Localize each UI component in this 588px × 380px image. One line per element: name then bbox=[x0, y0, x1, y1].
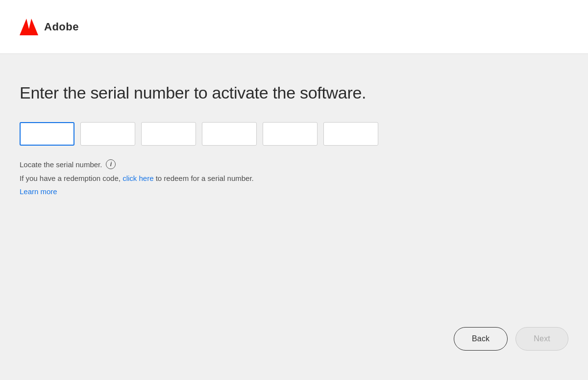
adobe-logo: Adobe bbox=[20, 19, 79, 35]
app-header: Adobe bbox=[0, 0, 588, 54]
redemption-text-before: If you have a redemption code, bbox=[20, 174, 121, 182]
adobe-logo-svg bbox=[20, 19, 38, 35]
serial-number-input-group bbox=[20, 122, 568, 146]
adobe-logo-text: Adobe bbox=[44, 21, 79, 33]
svg-marker-1 bbox=[27, 19, 38, 35]
info-icon[interactable]: i bbox=[106, 159, 116, 169]
serial-input-6[interactable] bbox=[323, 122, 378, 146]
back-button[interactable]: Back bbox=[454, 327, 508, 351]
serial-input-3[interactable] bbox=[141, 122, 196, 146]
click-here-link[interactable]: click here bbox=[122, 174, 153, 182]
main-content: Enter the serial number to activate the … bbox=[0, 54, 588, 380]
learn-more-link[interactable]: Learn more bbox=[20, 187, 568, 196]
serial-input-1[interactable] bbox=[20, 122, 74, 146]
button-group: Back Next bbox=[454, 327, 568, 351]
page-title: Enter the serial number to activate the … bbox=[20, 83, 568, 102]
next-button[interactable]: Next bbox=[515, 327, 568, 351]
serial-input-5[interactable] bbox=[263, 122, 318, 146]
serial-input-4[interactable] bbox=[202, 122, 257, 146]
locate-label: Locate the serial number. bbox=[20, 160, 102, 169]
redemption-text-after: to redeem for a serial number. bbox=[156, 174, 254, 182]
redemption-row: If you have a redemption code, click her… bbox=[20, 174, 568, 182]
locate-serial-row: Locate the serial number. i bbox=[20, 159, 568, 169]
serial-input-2[interactable] bbox=[80, 122, 135, 146]
